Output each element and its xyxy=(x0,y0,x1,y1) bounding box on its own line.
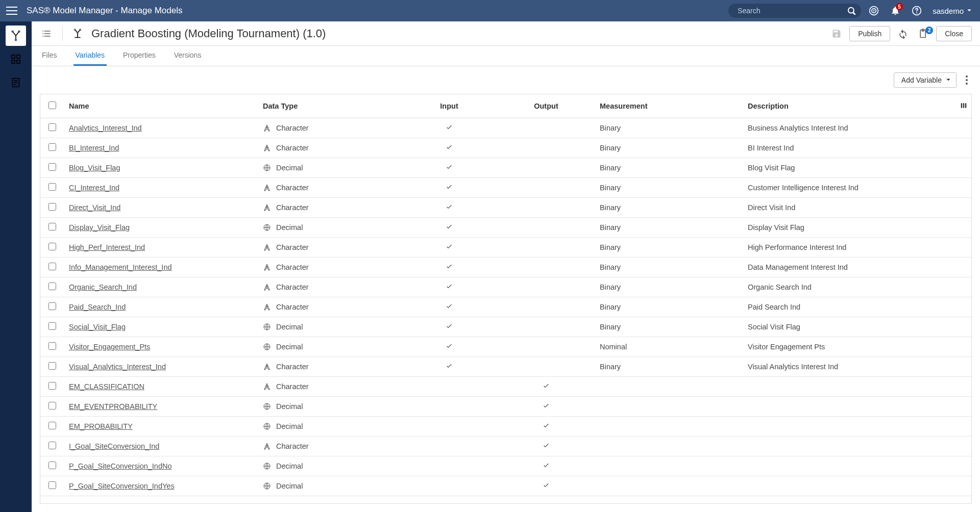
data-type-value: Decimal xyxy=(276,323,303,331)
search-input[interactable] xyxy=(738,7,848,15)
row-checkbox[interactable] xyxy=(48,263,56,270)
row-checkbox[interactable] xyxy=(48,243,56,250)
col-manage-columns[interactable] xyxy=(956,94,971,118)
variable-name-link[interactable]: Paid_Search_Ind xyxy=(69,303,126,311)
col-select-all xyxy=(40,94,64,118)
measurement-value: Binary xyxy=(600,203,621,212)
col-name[interactable]: Name xyxy=(64,94,258,118)
table-toolbar: Add Variable xyxy=(32,66,980,94)
tab-files[interactable]: Files xyxy=(40,46,59,66)
variable-name-link[interactable]: EM_EVENTPROBABILITY xyxy=(69,402,157,411)
row-checkbox[interactable] xyxy=(48,203,56,211)
variable-name-link[interactable]: Direct_Visit_Ind xyxy=(69,203,120,212)
save-button[interactable] xyxy=(829,29,844,39)
measurement-value: Binary xyxy=(600,144,621,152)
table-row: CI_Interest_IndCharacterBinaryCustomer I… xyxy=(40,178,971,198)
data-type-value: Character xyxy=(276,303,309,311)
variable-name-link[interactable]: EM_PROBABILITY xyxy=(69,422,133,430)
page-header: Gradient Boosting (Modeling Tournament) … xyxy=(32,21,980,46)
row-checkbox[interactable] xyxy=(48,382,56,390)
col-description[interactable]: Description xyxy=(743,94,956,118)
row-checkbox[interactable] xyxy=(48,283,56,290)
hamburger-menu-icon[interactable] xyxy=(6,5,17,16)
add-variable-button[interactable]: Add Variable xyxy=(894,72,957,88)
variable-name-link[interactable]: Organic_Search_Ind xyxy=(69,283,137,291)
description-value: Paid Search Ind xyxy=(748,303,800,311)
input-check-icon xyxy=(446,343,453,351)
page-title: Gradient Boosting (Modeling Tournament) … xyxy=(91,27,326,40)
variable-name-link[interactable]: Display_Visit_Flag xyxy=(69,223,130,232)
notifications-icon[interactable]: 5 xyxy=(887,2,904,19)
row-checkbox[interactable] xyxy=(48,143,56,151)
col-input[interactable]: Input xyxy=(401,94,498,118)
row-checkbox[interactable] xyxy=(48,302,56,310)
variable-name-link[interactable]: High_Perf_Interest_Ind xyxy=(69,243,145,251)
data-type-value: Decimal xyxy=(276,462,303,470)
table-row: Visual_Analytics_Interest_IndCharacterBi… xyxy=(40,357,971,377)
variable-name-link[interactable]: CI_Interest_Ind xyxy=(69,184,119,192)
rail-models[interactable] xyxy=(6,25,26,46)
variable-name-link[interactable]: Social_Visit_Flag xyxy=(69,323,126,331)
variable-name-link[interactable]: P_Goal_SiteConversion_IndNo xyxy=(69,462,172,470)
measurement-value: Nominal xyxy=(600,343,627,351)
variable-name-link[interactable]: BI_Interest_Ind xyxy=(69,144,119,152)
row-checkbox[interactable] xyxy=(48,481,56,489)
row-checkbox[interactable] xyxy=(48,163,56,171)
col-data-type[interactable]: Data Type xyxy=(258,94,401,118)
left-rail xyxy=(0,21,32,512)
row-checkbox[interactable] xyxy=(48,462,56,469)
row-checkbox[interactable] xyxy=(48,123,56,131)
variable-name-link[interactable]: Analytics_Interest_Ind xyxy=(69,124,142,132)
table-row: Analytics_Interest_IndCharacterBinaryBus… xyxy=(40,118,971,138)
row-checkbox[interactable] xyxy=(48,402,56,409)
measurement-value: Binary xyxy=(600,363,621,371)
more-options-button[interactable] xyxy=(962,75,972,85)
tab-variables[interactable]: Variables xyxy=(74,46,107,66)
description-value: Customer Intelligence Interest Ind xyxy=(748,184,859,192)
table-row: Display_Visit_FlagDecimalBinaryDisplay V… xyxy=(40,218,971,238)
rail-projects[interactable] xyxy=(6,49,26,69)
variable-name-link[interactable]: P_Goal_SiteConversion_IndYes xyxy=(69,482,175,490)
row-checkbox[interactable] xyxy=(48,362,56,370)
help-icon[interactable] xyxy=(908,2,925,19)
table-row: Direct_Visit_IndCharacterBinaryDirect Vi… xyxy=(40,198,971,218)
col-output[interactable]: Output xyxy=(498,94,595,118)
tab-properties[interactable]: Properties xyxy=(121,46,158,66)
rail-reports[interactable] xyxy=(6,72,26,93)
row-checkbox[interactable] xyxy=(48,322,56,330)
clipboard-button[interactable]: 2 xyxy=(916,29,931,39)
variable-name-link[interactable]: Visitor_Engagement_Pts xyxy=(69,343,150,351)
row-checkbox[interactable] xyxy=(48,422,56,429)
row-checkbox[interactable] xyxy=(48,183,56,191)
row-checkbox[interactable] xyxy=(48,442,56,449)
variable-name-link[interactable]: I_Goal_SiteConversion_Ind xyxy=(69,442,159,450)
data-type-value: Character xyxy=(276,363,309,371)
close-button[interactable]: Close xyxy=(936,26,972,41)
input-check-icon xyxy=(446,244,453,252)
table-row: High_Perf_Interest_IndCharacterBinaryHig… xyxy=(40,238,971,258)
character-icon xyxy=(263,382,271,391)
col-measurement[interactable]: Measurement xyxy=(595,94,743,118)
list-toggle-icon[interactable] xyxy=(40,27,53,40)
measurement-value: Binary xyxy=(600,283,621,291)
data-type-value: Character xyxy=(276,144,309,152)
variable-name-link[interactable]: Blog_Visit_Flag xyxy=(69,164,120,172)
tab-versions[interactable]: Versions xyxy=(172,46,204,66)
row-checkbox[interactable] xyxy=(48,223,56,231)
refresh-button[interactable] xyxy=(895,29,911,39)
character-icon xyxy=(263,363,271,371)
variable-name-link[interactable]: Info_Management_Interest_Ind xyxy=(69,263,172,271)
user-menu[interactable]: sasdemo xyxy=(933,7,972,15)
targets-icon[interactable] xyxy=(865,2,883,19)
select-all-checkbox[interactable] xyxy=(48,101,56,109)
variable-name-link[interactable]: EM_CLASSIFICATION xyxy=(69,382,144,391)
data-type-value: Character xyxy=(276,184,309,192)
measurement-value: Binary xyxy=(600,303,621,311)
table-row: P_Goal_SiteConversion_IndYesDecimal xyxy=(40,476,971,496)
data-type-value: Decimal xyxy=(276,343,303,351)
global-search[interactable] xyxy=(728,4,861,18)
tabs: Files Variables Properties Versions xyxy=(32,46,980,66)
variable-name-link[interactable]: Visual_Analytics_Interest_Ind xyxy=(69,363,166,371)
publish-button[interactable]: Publish xyxy=(849,26,890,41)
row-checkbox[interactable] xyxy=(48,342,56,350)
